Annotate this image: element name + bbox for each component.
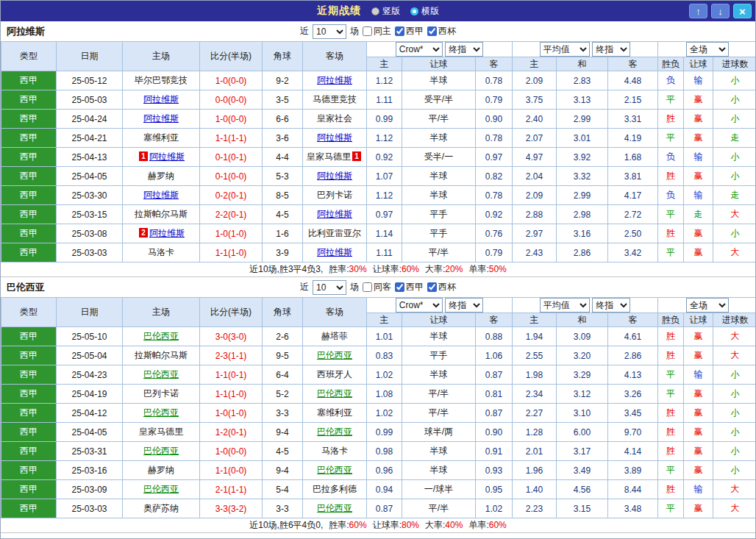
asia-final-select[interactable]: 终指 xyxy=(445,298,483,313)
scope-select[interactable]: 全场 xyxy=(686,298,729,313)
team-name[interactable]: 巴伦西亚 xyxy=(317,426,352,437)
team-name: 马德里竞技 xyxy=(313,94,357,104)
asia-away-odds-cell: 0.97 xyxy=(476,148,513,167)
bookmaker-select[interactable]: Crow* xyxy=(396,298,443,313)
team-name[interactable]: 巴伦西亚 xyxy=(317,465,352,475)
date-cell: 25-05-04 xyxy=(57,346,123,365)
same-venue-filter[interactable]: 同客 xyxy=(363,281,391,293)
near-label: 近 xyxy=(300,281,309,293)
close-button[interactable]: × xyxy=(733,4,752,18)
team-name[interactable]: 阿拉维斯 xyxy=(317,132,352,143)
corner-cell: 9-4 xyxy=(263,461,303,480)
asia-away-odds-cell: 0.81 xyxy=(476,385,513,404)
games-count-select[interactable]: 10 xyxy=(313,24,346,39)
euro-home-odds-cell: 3.75 xyxy=(513,90,557,110)
summary-bar: 近10场,胜3平4负3,胜率:30%让球率:60%大率:20%单率:50% xyxy=(1,263,755,277)
team-name[interactable]: 巴伦西亚 xyxy=(143,407,179,418)
near-label: 近 xyxy=(300,25,309,38)
euro-away-odds-cell: 3.42 xyxy=(608,243,658,263)
same-venue-checkbox[interactable] xyxy=(363,26,372,36)
summary-stat-label: 单率: xyxy=(468,520,488,530)
euro-draw-odds-cell: 3.01 xyxy=(557,129,608,148)
team-name[interactable]: 阿拉维斯 xyxy=(317,171,352,181)
team-name[interactable]: 阿拉维斯 xyxy=(143,94,179,104)
team-name[interactable]: 阿拉维斯 xyxy=(317,75,352,85)
goals-result-cell: 小 xyxy=(713,461,756,480)
result-cell: 负 xyxy=(658,186,684,205)
team-name[interactable]: 阿拉维斯 xyxy=(317,209,352,219)
vertical-layout-radio[interactable]: 竖版 xyxy=(371,5,400,18)
team-name[interactable]: 阿拉维斯 xyxy=(143,190,179,200)
match-row: 西甲25-04-23巴伦西亚1-1(0-1)6-4西班牙人1.02半球0.871… xyxy=(1,365,756,385)
summary-stat-value: 80% xyxy=(402,520,419,530)
team-section-1: 阿拉维斯 近 10 场 同主 西甲 西杯 xyxy=(1,21,755,277)
result-cell: 平 xyxy=(658,243,684,263)
filter-bar: 近 10 场 同客 西甲 西杯 xyxy=(300,280,456,295)
cup-filter[interactable]: 西杯 xyxy=(427,25,456,38)
score-col-header: 比分(半场) xyxy=(200,298,263,327)
cup-checkbox[interactable] xyxy=(427,26,437,36)
horizontal-layout-radio[interactable]: 横版 xyxy=(410,5,439,18)
away-team-cell: 赫塔菲 xyxy=(303,327,367,346)
team-name[interactable]: 阿拉维斯 xyxy=(149,151,185,162)
scroll-down-button[interactable]: ↓ xyxy=(711,4,730,18)
euro-final-select[interactable]: 终指 xyxy=(592,298,630,313)
date-cell: 25-04-23 xyxy=(57,365,123,385)
section-header-bar: 阿拉维斯 近 10 场 同主 西甲 西杯 xyxy=(1,21,755,41)
date-cell: 25-05-03 xyxy=(57,90,123,110)
team-name[interactable]: 巴伦西亚 xyxy=(143,331,179,341)
results-tbody: 西甲25-05-12毕尔巴鄂竞技1-0(0-0)9-2阿拉维斯1.12半球0.7… xyxy=(1,71,756,263)
summary-stat-label: 大率: xyxy=(425,520,445,530)
down-arrow-icon: ↓ xyxy=(718,6,723,17)
team-name[interactable]: 阿拉维斯 xyxy=(149,228,185,238)
handicap-result-cell: 赢 xyxy=(684,423,713,442)
league-filter[interactable]: 西甲 xyxy=(395,281,424,293)
asia-final-select[interactable]: 终指 xyxy=(445,42,483,57)
team-name[interactable]: 巴伦西亚 xyxy=(143,369,179,379)
asia-away-odds-cell: 0.78 xyxy=(476,186,513,205)
away-team-cell: 巴列卡诺 xyxy=(303,186,367,205)
result-cell: 平 xyxy=(658,385,684,404)
average-select[interactable]: 平均值 xyxy=(540,42,590,57)
scope-select[interactable]: 全场 xyxy=(686,42,729,57)
team-name[interactable]: 巴伦西亚 xyxy=(317,503,352,513)
cup-filter[interactable]: 西杯 xyxy=(427,281,456,293)
same-venue-checkbox[interactable] xyxy=(363,282,372,292)
asia-away-col-header: 客 xyxy=(476,313,513,327)
corner-cell: 3-9 xyxy=(263,243,303,263)
euro-away-col-header: 客 xyxy=(608,57,658,71)
asia-home-odds-cell: 0.83 xyxy=(367,346,402,365)
team-name[interactable]: 阿拉维斯 xyxy=(143,113,179,124)
score-cell: 1-2(0-1) xyxy=(200,423,263,442)
same-venue-filter[interactable]: 同主 xyxy=(363,25,391,38)
corner-cell: 5-4 xyxy=(263,480,303,499)
league-checkbox[interactable] xyxy=(395,26,404,36)
date-cell: 25-04-21 xyxy=(57,129,123,148)
cup-checkbox[interactable] xyxy=(427,282,437,292)
away-team-cell: 皇家马德里1 xyxy=(303,148,367,167)
euro-final-select[interactable]: 终指 xyxy=(592,42,630,57)
team-name[interactable]: 阿拉维斯 xyxy=(317,247,352,257)
scroll-up-button[interactable]: ↑ xyxy=(689,4,707,18)
asia-handicap-cell: 受平/半 xyxy=(402,90,476,110)
match-row: 西甲25-04-21塞维利亚1-1(1-1)3-6阿拉维斯1.12半球0.782… xyxy=(1,129,756,148)
league-filter[interactable]: 西甲 xyxy=(395,25,424,38)
league-checkbox[interactable] xyxy=(395,282,404,292)
result-cell: 负 xyxy=(658,148,684,167)
bookmaker-select[interactable]: Crow* xyxy=(396,42,443,57)
euro-home-odds-cell: 4.97 xyxy=(513,148,557,167)
team-name: 比利亚雷亚尔 xyxy=(308,228,361,238)
team-name[interactable]: 巴伦西亚 xyxy=(317,388,352,399)
asia-handicap-cell: 半球 xyxy=(402,461,476,480)
average-select[interactable]: 平均值 xyxy=(540,298,590,313)
result-cell: 胜 xyxy=(658,423,684,442)
euro-home-odds-cell: 2.07 xyxy=(513,129,557,148)
away-team-cell: 马洛卡 xyxy=(303,442,367,461)
team-name[interactable]: 巴伦西亚 xyxy=(143,446,179,456)
result-cell: 胜 xyxy=(658,480,684,499)
team-name[interactable]: 巴伦西亚 xyxy=(317,350,352,360)
match-row: 西甲25-04-12巴伦西亚1-0(1-0)3-3塞维利亚1.02平/半0.87… xyxy=(1,404,756,423)
games-count-select[interactable]: 10 xyxy=(313,280,346,295)
cup-label: 西杯 xyxy=(438,25,456,38)
team-name[interactable]: 巴伦西亚 xyxy=(143,484,179,494)
